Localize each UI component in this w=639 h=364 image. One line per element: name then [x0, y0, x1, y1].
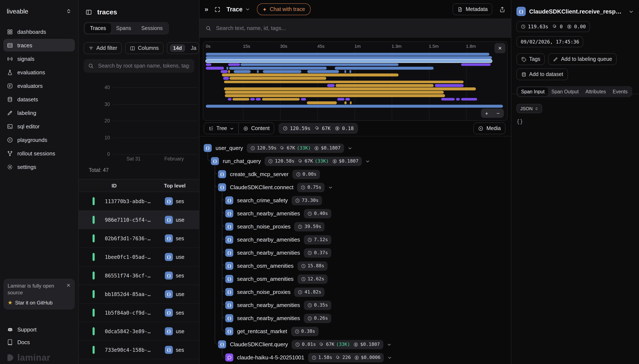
- span-tree-row[interactable]: {}run_chat_query120.58s67K(33K)$0.1807: [199, 154, 511, 168]
- media-button[interactable]: Media: [473, 122, 505, 134]
- sidebar-item-evaluators[interactable]: evaluators: [4, 80, 75, 92]
- timeline-canvas[interactable]: [206, 51, 505, 120]
- tab-span-input[interactable]: Span Input: [518, 88, 548, 96]
- add-filter-button[interactable]: Add filter: [84, 42, 122, 54]
- trace-search[interactable]: [84, 59, 194, 73]
- span-tree-row[interactable]: {}search_noise_proxies39.59s: [199, 220, 511, 233]
- span-bar[interactable]: [224, 88, 476, 90]
- view-mode-dropdown[interactable]: Tree: [204, 123, 239, 134]
- span-search[interactable]: [199, 18, 511, 38]
- span-tree-row[interactable]: {}ClaudeSDKClient.connect0.75s: [199, 181, 511, 194]
- span-bar[interactable]: [345, 101, 347, 104]
- chat-with-trace-button[interactable]: ✦ Chat with trace: [257, 4, 311, 15]
- span-bar[interactable]: [350, 70, 351, 73]
- span-tree-row[interactable]: {}search_nearby_amenities0.26s: [199, 312, 511, 325]
- expand-chevron-icon[interactable]: [387, 355, 392, 360]
- tab-traces[interactable]: Traces: [85, 23, 111, 33]
- span-bar[interactable]: [229, 67, 327, 70]
- sidebar-item-datasets[interactable]: datasets: [4, 93, 75, 106]
- tab-events[interactable]: Events: [609, 88, 631, 96]
- span-search-input[interactable]: [215, 24, 505, 32]
- columns-button[interactable]: Columns: [125, 42, 164, 54]
- sidebar-item-evaluations[interactable]: evaluations: [4, 66, 75, 78]
- span-bar[interactable]: [337, 98, 345, 101]
- span-bar[interactable]: [226, 67, 228, 70]
- table-row[interactable]: bb1852d4-85aa-… {} use: [79, 285, 199, 304]
- expand-chevron-icon[interactable]: [365, 158, 370, 164]
- table-row[interactable]: 733e90c4-158b-… {} ses: [79, 341, 199, 359]
- span-tree-row[interactable]: claude-haiku-4-5-202510011.58s226$0.0006: [199, 351, 511, 364]
- span-bar[interactable]: [327, 84, 335, 87]
- span-bar[interactable]: [224, 80, 464, 84]
- span-bar[interactable]: [228, 98, 232, 101]
- span-bar[interactable]: [228, 70, 230, 73]
- zoom-out-button[interactable]: −: [492, 108, 504, 118]
- chevron-down-icon[interactable]: [628, 9, 634, 14]
- sidebar-item-playgrounds[interactable]: playgrounds: [4, 134, 75, 146]
- span-tree-row[interactable]: {}search_nearby_amenities0.37s: [199, 246, 511, 259]
- span-bar[interactable]: [435, 84, 464, 87]
- span-bar[interactable]: [222, 74, 399, 76]
- docs-link[interactable]: Docs: [0, 336, 78, 348]
- span-bar[interactable]: [225, 91, 444, 94]
- sidebar-item-dashboards[interactable]: dashboards: [4, 25, 75, 38]
- range-option[interactable]: Ja: [191, 45, 196, 51]
- span-bar[interactable]: [206, 63, 211, 66]
- span-bar[interactable]: [306, 101, 337, 104]
- span-bar[interactable]: [345, 70, 346, 73]
- span-bar[interactable]: [257, 70, 259, 73]
- span-bar[interactable]: [262, 98, 300, 101]
- add-to-labeling-queue-button[interactable]: Add to labeling queue: [548, 53, 617, 65]
- table-row[interactable]: dc11a39b-42c5-… {} use: [79, 359, 199, 364]
- panel-icon[interactable]: [85, 9, 92, 16]
- span-bar[interactable]: [350, 101, 352, 104]
- span-bar[interactable]: [335, 67, 434, 70]
- sidebar-item-signals[interactable]: signals: [4, 52, 75, 65]
- content-toggle[interactable]: Content: [239, 123, 274, 134]
- workspace-switcher[interactable]: liveable: [0, 0, 78, 15]
- span-tree-row[interactable]: {}search_nearby_amenities7.12s: [199, 233, 511, 246]
- span-bar[interactable]: [240, 63, 399, 66]
- span-bar[interactable]: [263, 70, 301, 73]
- add-to-dataset-button[interactable]: Add to dataset: [516, 68, 568, 80]
- table-row[interactable]: 1b5f84a0-cf9d-… {} ses: [79, 304, 199, 322]
- sidebar-item-traces[interactable]: traces: [4, 39, 75, 52]
- table-row[interactable]: 0dca5842-3e89-… {} use: [79, 322, 199, 341]
- table-row[interactable]: 02b6f3d1-7636-… {} ses: [79, 229, 199, 248]
- support-link[interactable]: Support: [0, 323, 78, 336]
- span-bar[interactable]: [456, 98, 460, 101]
- span-bar[interactable]: [223, 77, 229, 80]
- trace-search-input[interactable]: [97, 62, 190, 69]
- span-bar[interactable]: [229, 77, 327, 80]
- span-tree-row[interactable]: {}search_osm_amenities15.88s: [199, 259, 511, 272]
- span-bar[interactable]: [228, 63, 240, 66]
- span-tree-row[interactable]: {}search_noise_proxies41.82s: [199, 286, 511, 298]
- span-bar[interactable]: [461, 63, 491, 66]
- span-bar[interactable]: [335, 84, 434, 87]
- span-tree-row[interactable]: {}get_rentcast_market0.38s: [199, 325, 511, 338]
- fullscreen-icon[interactable]: [214, 6, 221, 12]
- span-tree-row[interactable]: {}search_nearby_amenities0.35s: [199, 298, 511, 312]
- span-bar[interactable]: [345, 98, 350, 101]
- span-tree-row[interactable]: {}search_osm_amenities12.62s: [199, 272, 511, 286]
- tab-span-output[interactable]: Span Output: [548, 88, 582, 96]
- zoom-in-button[interactable]: +: [481, 108, 492, 118]
- span-bar[interactable]: [301, 98, 306, 101]
- span-bar[interactable]: [232, 98, 249, 101]
- table-row[interactable]: 986e7110-c5f4-… {} use: [79, 211, 199, 229]
- sidebar-item-rollout-sessions[interactable]: rollout sessions: [4, 147, 75, 160]
- span-tree-row[interactable]: {}search_nearby_amenities0.40s: [199, 207, 511, 220]
- span-tree-row[interactable]: {}search_crime_safety73.30s: [199, 194, 511, 207]
- range-selected[interactable]: 14d: [170, 44, 185, 52]
- span-bar[interactable]: [225, 94, 445, 97]
- date-range-control[interactable]: 14d Ja: [167, 42, 199, 54]
- close-icon[interactable]: ✕: [66, 282, 71, 288]
- expand-chevron-icon[interactable]: [328, 185, 333, 190]
- span-bar[interactable]: [256, 98, 261, 101]
- span-bar[interactable]: [206, 53, 489, 56]
- timeline-close-icon[interactable]: ✕: [494, 43, 505, 53]
- span-bar[interactable]: [206, 60, 492, 63]
- github-star-link[interactable]: ★ Star it on GitHub: [8, 300, 71, 306]
- trace-selector[interactable]: Trace: [226, 6, 250, 13]
- metadata-button[interactable]: Metadata: [453, 4, 492, 15]
